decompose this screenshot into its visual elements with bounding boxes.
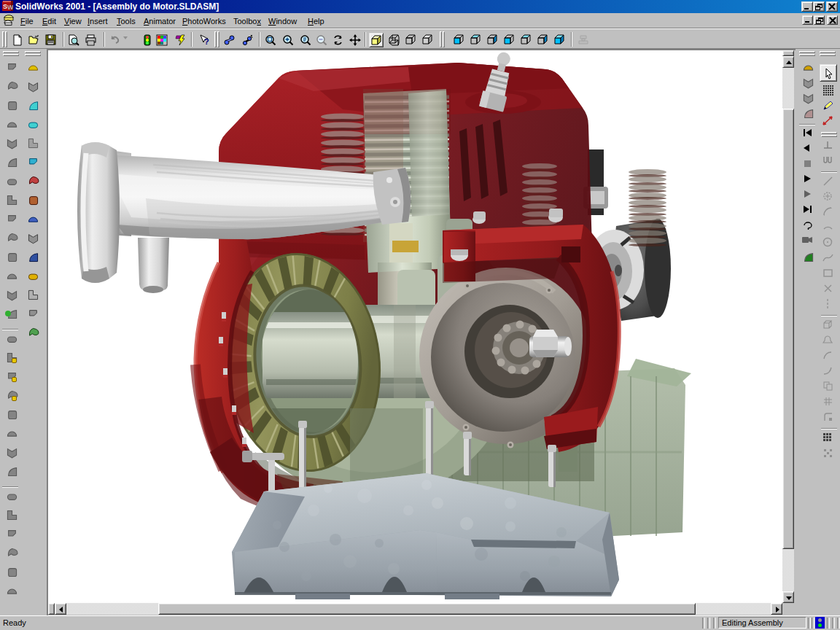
svg-text:?: ?	[204, 37, 209, 46]
svg-text:W: W	[7, 4, 13, 11]
